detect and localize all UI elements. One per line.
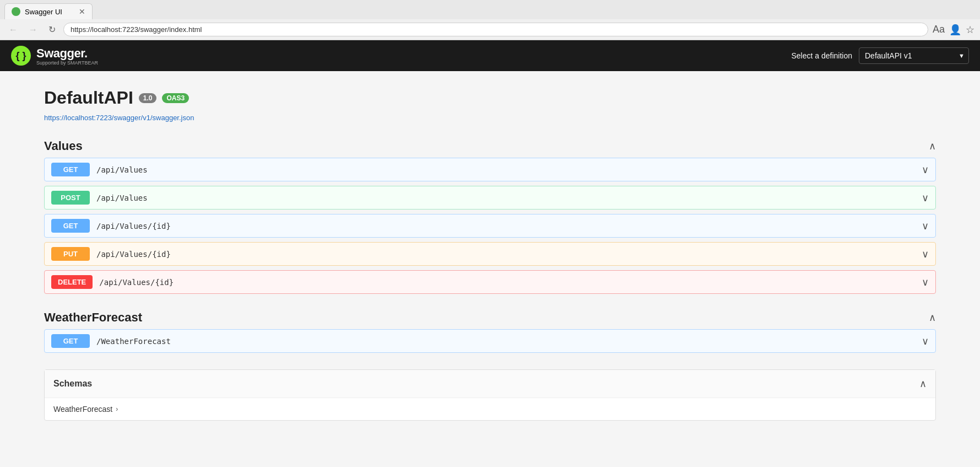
endpoint-get-weather-forecast[interactable]: GET /WeatherForecast ∨ — [44, 329, 936, 353]
api-title-row: DefaultAPI 1.0 OAS3 — [44, 88, 936, 108]
endpoint-post-values[interactable]: POST /api/Values ∨ — [44, 186, 936, 210]
endpoint-chevron: ∨ — [922, 192, 929, 204]
account-button[interactable]: 👤 — [949, 24, 961, 36]
values-section-header[interactable]: Values ∧ — [44, 139, 936, 158]
endpoint-path: /api/Values/{id} — [99, 278, 174, 287]
browser-chrome: Swagger UI ✕ ← → ↻ https://localhost:722… — [0, 0, 980, 40]
read-mode-button[interactable]: Aa — [933, 24, 945, 35]
weather-forecast-section-header[interactable]: WeatherForecast ∧ — [44, 310, 936, 329]
api-spec-link[interactable]: https://localhost:7223/swagger/v1/swagge… — [44, 114, 194, 122]
method-badge-put: PUT — [51, 247, 90, 261]
version-badge: 1.0 — [139, 93, 157, 103]
schemas-header[interactable]: Schemas ∧ — [45, 370, 935, 398]
schema-expand-icon: › — [116, 405, 118, 413]
values-collapse-chevron: ∧ — [929, 140, 936, 152]
endpoint-path: /api/Values — [96, 194, 148, 202]
weather-forecast-collapse-chevron: ∧ — [929, 312, 936, 324]
schemas-body: WeatherForecast › — [45, 398, 935, 420]
weather-forecast-section-title: WeatherForecast — [44, 310, 142, 325]
api-title: DefaultAPI — [44, 88, 133, 108]
back-button[interactable]: ← — [6, 24, 21, 36]
endpoint-left: GET /api/Values/{id} — [51, 219, 171, 233]
endpoint-path: /api/Values/{id} — [96, 222, 171, 230]
endpoint-get-values[interactable]: GET /api/Values ∨ — [44, 158, 936, 181]
tab-label: Swagger UI — [25, 8, 62, 16]
definition-select[interactable]: DefaultAPI v1 — [859, 47, 969, 64]
endpoint-left: GET /WeatherForecast — [51, 334, 171, 348]
endpoint-get-values-id[interactable]: GET /api/Values/{id} ∨ — [44, 214, 936, 238]
endpoint-chevron: ∨ — [922, 248, 929, 260]
schema-item-weather-forecast[interactable]: WeatherForecast › — [53, 405, 927, 414]
endpoint-left: PUT /api/Values/{id} — [51, 247, 171, 261]
favorites-button[interactable]: ☆ — [966, 24, 974, 36]
address-bar[interactable]: https://localhost:7223/swagger/index.htm… — [63, 23, 928, 36]
endpoint-chevron: ∨ — [922, 220, 929, 232]
endpoint-path: /api/Values/{id} — [96, 250, 171, 259]
schemas-title: Schemas — [53, 379, 92, 389]
method-badge-post: POST — [51, 191, 90, 205]
values-section-title: Values — [44, 139, 83, 153]
weather-forecast-section: WeatherForecast ∧ GET /WeatherForecast ∨ — [44, 310, 936, 353]
definition-label: Select a definition — [791, 51, 852, 60]
endpoint-left: POST /api/Values — [51, 191, 148, 205]
schemas-collapse-chevron: ∧ — [919, 378, 927, 390]
endpoint-chevron: ∨ — [922, 164, 929, 176]
refresh-button[interactable]: ↻ — [45, 23, 59, 36]
swagger-logo-text-block: Swagger. Supported by SMARTBEAR — [36, 46, 98, 66]
endpoint-chevron: ∨ — [922, 276, 929, 288]
definition-select-wrapper[interactable]: DefaultAPI v1 — [859, 47, 969, 64]
endpoint-left: DELETE /api/Values/{id} — [51, 275, 174, 289]
tab-bar: Swagger UI ✕ — [0, 0, 980, 19]
schemas-section: Schemas ∧ WeatherForecast › — [44, 369, 936, 421]
swagger-definition: Select a definition DefaultAPI v1 — [791, 47, 969, 64]
swagger-logo-sub: Supported by SMARTBEAR — [36, 61, 98, 66]
endpoint-path: /api/Values — [96, 165, 148, 174]
endpoint-delete-values-id[interactable]: DELETE /api/Values/{id} ∨ — [44, 270, 936, 294]
endpoint-chevron: ∨ — [922, 335, 929, 347]
swagger-logo: { } Swagger. Supported by SMARTBEAR — [11, 46, 98, 66]
url-text: https://localhost:7223/swagger/index.htm… — [71, 25, 202, 34]
values-section: Values ∧ GET /api/Values ∨ POST /api/Val… — [44, 139, 936, 294]
browser-icons: Aa 👤 ☆ — [933, 24, 974, 36]
swagger-logo-icon: { } — [11, 46, 31, 66]
method-badge-get: GET — [51, 334, 90, 348]
endpoint-path: /WeatherForecast — [96, 337, 171, 346]
method-badge-delete: DELETE — [51, 275, 93, 289]
oas-badge: OAS3 — [162, 93, 189, 103]
method-badge-get: GET — [51, 163, 90, 176]
tab-close-button[interactable]: ✕ — [79, 7, 85, 16]
swagger-header: { } Swagger. Supported by SMARTBEAR Sele… — [0, 40, 980, 71]
tab-favicon — [12, 7, 20, 16]
endpoint-put-values-id[interactable]: PUT /api/Values/{id} ∨ — [44, 242, 936, 266]
browser-tab[interactable]: Swagger UI ✕ — [4, 3, 93, 19]
schema-name: WeatherForecast — [53, 405, 112, 414]
main-content: DefaultAPI 1.0 OAS3 https://localhost:72… — [0, 71, 980, 466]
endpoint-left: GET /api/Values — [51, 163, 148, 176]
browser-nav: ← → ↻ https://localhost:7223/swagger/ind… — [0, 19, 980, 40]
swagger-logo-text: Swagger. — [36, 46, 88, 60]
method-badge-get: GET — [51, 219, 90, 233]
forward-button[interactable]: → — [25, 24, 41, 36]
